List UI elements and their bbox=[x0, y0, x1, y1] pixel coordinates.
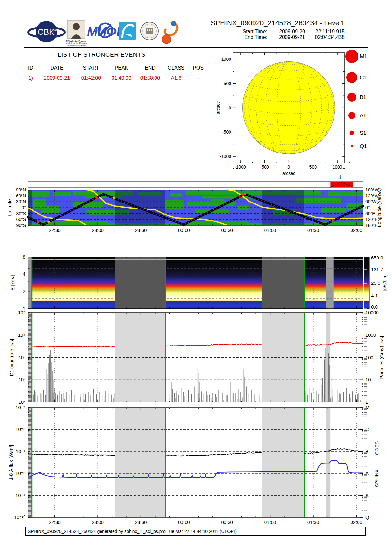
legend-class-circle bbox=[350, 131, 354, 135]
axis-tick-label: 120°W bbox=[365, 193, 379, 198]
axis-tick-label: 10 bbox=[365, 377, 371, 382]
time-tick-label: 01:30 bbox=[307, 520, 319, 525]
seal-logo bbox=[141, 22, 158, 40]
column-header: PEAK bbox=[106, 65, 137, 71]
event-marker bbox=[330, 182, 353, 187]
axis-tick-label: 1 bbox=[23, 306, 25, 311]
column-header: DATE bbox=[38, 65, 76, 71]
axis-tick-label: 30°S bbox=[16, 211, 26, 216]
axis-tick-label: 10² bbox=[18, 377, 25, 382]
axis-tick-label: 500 bbox=[309, 165, 317, 170]
legend-class-label: S1 bbox=[360, 130, 366, 136]
axis-tick-label: Q bbox=[365, 514, 369, 520]
axis-tick-label: 60°N bbox=[16, 193, 26, 198]
axis-tick-label: 60°E bbox=[365, 211, 375, 216]
axis-tick-label: 1 bbox=[365, 399, 368, 405]
axis-tick-label: -1000 bbox=[220, 154, 231, 159]
axis-tick-label: 180°W bbox=[365, 187, 379, 192]
track-event-dot bbox=[47, 221, 50, 223]
event-cell: - bbox=[188, 75, 208, 81]
axis-tick-label: 90°S bbox=[16, 223, 26, 228]
axis-tick-label: 10000 bbox=[365, 310, 379, 315]
page-title: SPHINX_090920_214528_260434 - Level1 bbox=[211, 19, 345, 27]
legend-class-label: C1 bbox=[360, 75, 367, 81]
cbk-pan-logo: CBK PAN bbox=[28, 21, 65, 42]
start-time-label: Start Time: bbox=[232, 29, 267, 34]
axis-tick-label: 500 bbox=[224, 81, 231, 86]
axis-tick-label: 0 bbox=[229, 105, 231, 110]
colorbar-tick-label: 659.0 bbox=[371, 255, 383, 260]
axis-tick-label: 10⁻⁵ bbox=[15, 405, 25, 410]
time-tick-label: 23:30 bbox=[135, 520, 147, 525]
time-tick-label: 23:30 bbox=[135, 228, 147, 233]
colorbar-tick-label: 25.0 bbox=[371, 280, 380, 286]
time-tick-label: 23:00 bbox=[92, 228, 104, 233]
event-cell: 01:58:00 bbox=[137, 75, 164, 81]
axis-tick-label: 10⁻⁶ bbox=[15, 427, 25, 432]
track-event-dot bbox=[238, 196, 241, 198]
axis-tick-label: 60°W bbox=[365, 199, 377, 204]
plots-canvas: -1000-1000-500-5000050050010001000arcsec… bbox=[0, 0, 392, 555]
time-tick-label: 00:30 bbox=[221, 520, 233, 525]
spectrogram-image bbox=[28, 257, 363, 309]
timeline-bar bbox=[28, 182, 363, 188]
event-marker-label: 1 bbox=[339, 175, 342, 180]
start-time-row: Start Time: 2009-09-20 22:11:19.915 End … bbox=[180, 29, 345, 40]
axis-tick-label: -500 bbox=[260, 165, 269, 170]
axis-tick-label: 1000 bbox=[332, 165, 342, 170]
legend-class-label: M1 bbox=[360, 53, 367, 59]
legend-class-circle bbox=[346, 72, 357, 83]
time-tick-label: 02:00 bbox=[350, 228, 362, 233]
header-divider bbox=[24, 47, 368, 48]
time-tick-label: 01:00 bbox=[264, 228, 276, 233]
legend-class-circle bbox=[345, 50, 358, 63]
colorbar-tick-label: 4.1 bbox=[371, 293, 378, 298]
start-time-value: 22:11:19.915 bbox=[305, 29, 345, 34]
axis-tick-label: 10⁻⁷ bbox=[16, 449, 25, 454]
axis-tick-label: 10⁻⁹ bbox=[15, 493, 25, 498]
events-table-row[interactable]: 1)2009-09-2101:42:0001:49:0001:58:00A1.6… bbox=[23, 75, 208, 81]
time-tick-label: 00:30 bbox=[221, 228, 233, 233]
event-cell: 2009-09-21 bbox=[38, 75, 76, 81]
time-tick-label: 00:00 bbox=[178, 520, 190, 525]
sun-y-axis-label: arcsec bbox=[216, 101, 221, 114]
axis-tick-label: 0 bbox=[288, 165, 290, 170]
axis-tick-label: -500 bbox=[222, 129, 231, 134]
sun-x-axis-label: arcsec bbox=[282, 171, 295, 176]
axis-tick-label: B bbox=[365, 449, 369, 454]
goes-axis-label: GOES bbox=[374, 441, 379, 455]
time-tick-label: 23:00 bbox=[92, 520, 104, 525]
axis-tick-label: 30°N bbox=[16, 199, 26, 204]
d1-countrate-line bbox=[165, 344, 262, 346]
column-header: POS bbox=[188, 65, 208, 71]
sphinx-level1-report: CBK PAN P.N.Lebedev Physical Institute o… bbox=[0, 0, 392, 555]
axis-tick-label: 4 bbox=[23, 271, 25, 277]
axis-tick-label: 1000 bbox=[365, 332, 376, 338]
legend-class-circle bbox=[348, 112, 355, 119]
sphinx-flux-line bbox=[165, 452, 262, 456]
spectrogram-y-axis-label: E [keV] bbox=[10, 275, 15, 290]
start-date-value: 2009-09-20 bbox=[267, 29, 305, 34]
colorbar-tick-label: 0.0 bbox=[371, 304, 378, 309]
legend-class-label: B1 bbox=[360, 94, 366, 100]
legend-class-circle bbox=[347, 93, 356, 102]
track-event-dot bbox=[242, 194, 244, 196]
svg-text:Academy of Science: Academy of Science bbox=[67, 44, 86, 47]
axis-tick-label: 180°E bbox=[365, 223, 377, 228]
end-date-value: 2009-09-21 bbox=[267, 34, 305, 40]
track-event-dot bbox=[95, 196, 98, 199]
axis-tick-label: 100 bbox=[365, 355, 373, 360]
ground-track-line bbox=[28, 194, 363, 225]
event-cell: 01:42:00 bbox=[76, 75, 106, 81]
time-tick-label: 22:30 bbox=[49, 520, 61, 525]
time-tick-label: 22:30 bbox=[49, 228, 61, 233]
time-tick-label: 02:00 bbox=[350, 520, 362, 525]
map-left-axis-label: Latitude bbox=[7, 199, 12, 216]
axis-tick-label: 10⁴ bbox=[18, 332, 25, 338]
footer-text: SPHINX_090920_214528_260434 generated by… bbox=[28, 529, 237, 534]
end-time-label: End Time: bbox=[232, 34, 267, 40]
time-tick-label: 01:00 bbox=[264, 520, 276, 525]
track-event-dot bbox=[37, 221, 39, 223]
sphinx-flux-line bbox=[32, 454, 115, 456]
legend-class-label: Q1 bbox=[360, 143, 367, 149]
